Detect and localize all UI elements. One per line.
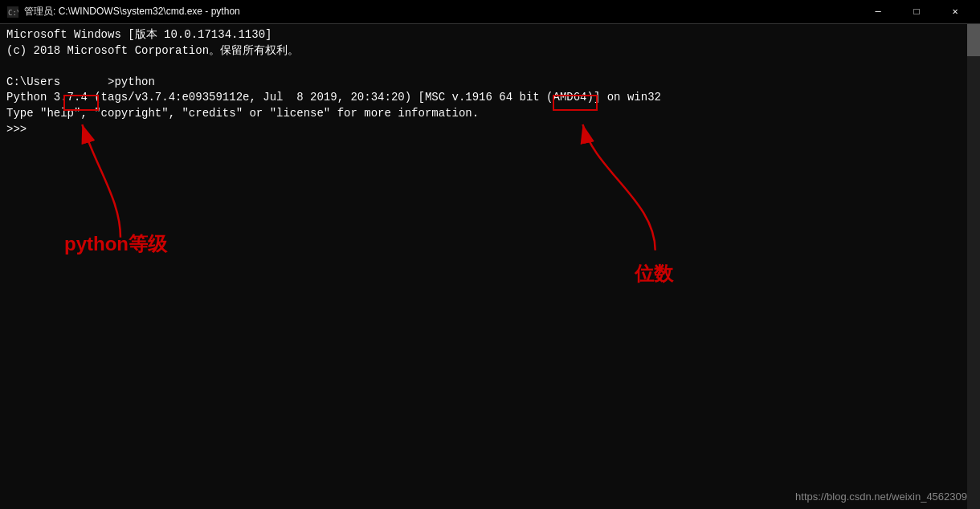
terminal-line-4: C:\Users >python — [6, 75, 974, 91]
terminal-line-1: Microsoft Windows [版本 10.0.17134.1130] — [6, 27, 974, 43]
watermark: https://blog.csdn.net/weixin_4562309 — [795, 491, 967, 503]
title-bar: C:\ 管理员: C:\WINDOWS\system32\cmd.exe - p… — [0, 0, 980, 24]
title-bar-title: 管理员: C:\WINDOWS\system32\cmd.exe - pytho… — [24, 5, 240, 18]
close-button[interactable]: ✕ — [937, 0, 974, 24]
bits-label: 位数 — [635, 261, 673, 287]
version-highlight-box — [63, 95, 99, 111]
scrollbar[interactable] — [967, 24, 980, 509]
bits-highlight-box — [553, 95, 598, 111]
terminal-line-5: Python 3.7.4 (tags/v3.7.4:e09359112e, Ju… — [6, 90, 974, 106]
title-bar-controls: ─ □ ✕ — [860, 0, 974, 24]
scrollbar-thumb[interactable] — [967, 24, 980, 56]
minimize-button[interactable]: ─ — [860, 0, 896, 24]
terminal-line-6: Type "help", "copyright", "credits" or "… — [6, 106, 974, 122]
svg-text:C:\: C:\ — [8, 9, 18, 17]
terminal-content: Microsoft Windows [版本 10.0.17134.1130] (… — [0, 24, 980, 509]
maximize-button[interactable]: □ — [898, 0, 935, 24]
terminal-line-7: >>> — [6, 122, 974, 138]
terminal-line-2: (c) 2018 Microsoft Corporation。保留所有权利。 — [6, 43, 974, 59]
terminal-line-3 — [6, 59, 974, 75]
python-level-label: python等级 — [64, 231, 167, 257]
title-bar-left: C:\ 管理员: C:\WINDOWS\system32\cmd.exe - p… — [6, 5, 240, 18]
cmd-icon: C:\ — [6, 6, 19, 18]
